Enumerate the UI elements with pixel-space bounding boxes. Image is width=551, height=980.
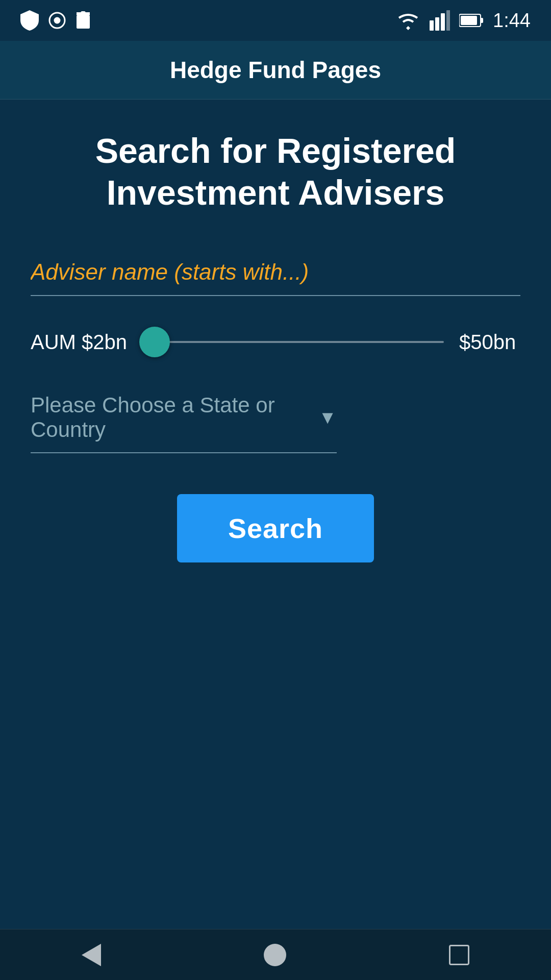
sync-icon <box>48 11 66 30</box>
svg-point-1 <box>55 18 60 23</box>
state-country-dropdown[interactable]: Please Choose a State or Country ▼ <box>31 393 337 453</box>
svg-rect-5 <box>435 17 439 31</box>
aum-slider-container[interactable] <box>142 327 444 357</box>
search-button-wrapper: Search <box>31 494 520 562</box>
home-icon <box>264 944 286 966</box>
dropdown-placeholder: Please Choose a State or Country <box>31 393 308 442</box>
battery-icon <box>459 13 484 28</box>
adviser-name-input[interactable] <box>31 254 520 296</box>
aum-row: AUM $2bn $50bn <box>31 327 520 357</box>
status-bar: 1:44 <box>0 0 551 41</box>
page-title: Search for Registered Investment Adviser… <box>31 130 520 213</box>
signal-icon <box>430 10 450 31</box>
svg-rect-4 <box>430 20 434 31</box>
overview-icon <box>449 945 469 965</box>
main-content: Search for Registered Investment Adviser… <box>0 100 551 583</box>
state-country-group: Please Choose a State or Country ▼ <box>31 393 520 453</box>
svg-rect-7 <box>446 10 450 31</box>
adviser-name-group <box>31 254 520 296</box>
svg-rect-10 <box>461 16 477 25</box>
wifi-icon <box>396 11 420 30</box>
chevron-down-icon: ▼ <box>318 407 337 428</box>
search-button[interactable]: Search <box>177 494 374 562</box>
bottom-nav <box>0 929 551 980</box>
status-icons-right: 1:44 <box>396 10 531 32</box>
aum-max-label: $50bn <box>459 331 520 354</box>
home-button[interactable] <box>264 944 286 966</box>
svg-rect-2 <box>77 15 90 29</box>
svg-rect-9 <box>481 18 483 23</box>
shield-icon <box>20 10 39 31</box>
slider-thumb[interactable] <box>139 327 170 357</box>
app-header: Hedge Fund Pages <box>0 41 551 100</box>
status-time: 1:44 <box>493 10 531 32</box>
svg-marker-3 <box>77 11 90 15</box>
sdcard-icon <box>76 11 91 30</box>
overview-button[interactable] <box>449 945 469 965</box>
aum-min-label: AUM $2bn <box>31 331 127 354</box>
back-button[interactable] <box>82 944 101 966</box>
svg-rect-6 <box>441 13 445 31</box>
slider-track <box>142 341 444 343</box>
app-title: Hedge Fund Pages <box>170 57 381 83</box>
status-icons-left <box>20 10 91 31</box>
back-icon <box>82 944 101 966</box>
